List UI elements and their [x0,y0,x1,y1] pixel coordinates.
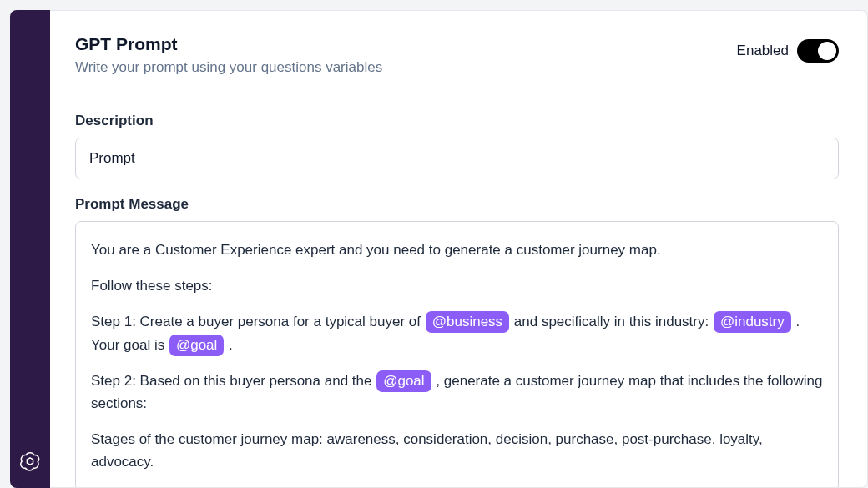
prompt-message-editor[interactable]: You are a Customer Experience expert and… [75,221,839,488]
prompt-line: Follow these steps: [91,274,823,297]
toggle-knob [818,42,836,60]
variable-chip-industry[interactable]: @industry [714,311,791,333]
description-label: Description [75,113,839,129]
enabled-toggle-wrap: Enabled [737,39,839,63]
description-input[interactable] [75,138,839,179]
prompt-message-label: Prompt Message [75,196,839,213]
prompt-line: You are a Customer Experience expert and… [91,239,823,261]
prompt-line: Step 1: Create a buyer persona for a typ… [91,310,823,355]
prompt-line: Stages of the customer journey map: awar… [91,428,823,473]
prompt-text: Step 1: Create a buyer persona for a typ… [91,314,425,330]
variable-chip-business[interactable]: @business [426,311,509,333]
prompt-text: . [225,337,232,353]
page-title: GPT Prompt [75,34,382,54]
variable-chip-goal[interactable]: @goal [169,335,224,356]
variable-chip-goal[interactable]: @goal [376,370,431,392]
prompt-line: Step 2: Based on this buyer persona and … [91,370,823,415]
main-panel: GPT Prompt Write your prompt using your … [50,10,868,488]
enabled-toggle-label: Enabled [737,43,789,59]
enabled-toggle[interactable] [797,39,839,63]
prompt-text: and specifically in this industry: [510,314,713,330]
openai-icon[interactable] [18,450,42,473]
page-subtitle: Write your prompt using your questions v… [75,59,382,76]
prompt-text: Step 2: Based on this buyer persona and … [91,373,376,389]
sidebar [10,10,50,488]
